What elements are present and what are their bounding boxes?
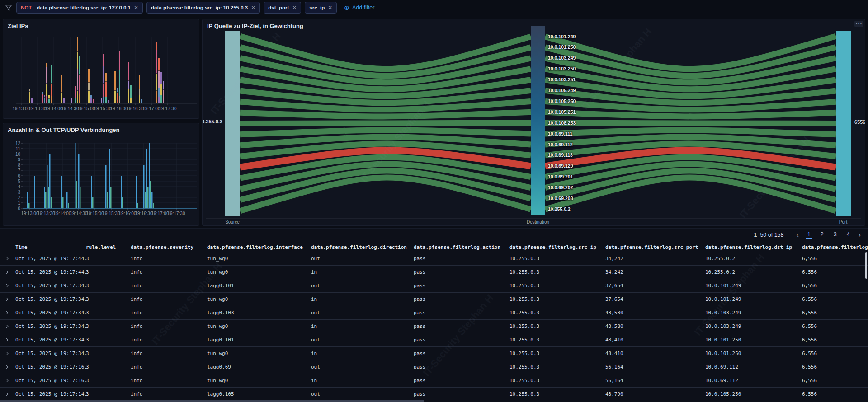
row-expand-chevron-icon[interactable]: [0, 379, 15, 382]
pagination-next-icon[interactable]: ›: [858, 231, 862, 239]
table-cell: 34,242: [605, 269, 705, 275]
table-cell: 6,556: [802, 351, 868, 356]
table-header-0[interactable]: Time: [15, 244, 86, 250]
table-cell: out: [311, 256, 414, 262]
add-filter-plus-icon: ⊕: [344, 4, 349, 11]
table-header-4[interactable]: data.pfsense.filterlog.direction: [311, 244, 414, 250]
table-header-6[interactable]: data.pfsense.filterlog.src_ip: [509, 244, 605, 250]
table-cell: 10.255.0.3: [509, 323, 605, 329]
pagination-page-4[interactable]: 4: [845, 231, 851, 239]
row-expand-chevron-icon[interactable]: [0, 352, 15, 355]
pagination: 1–50 of 158 ‹ 1234 ›: [754, 231, 862, 239]
table-cell: info: [131, 283, 207, 289]
svg-text:8: 8: [18, 163, 20, 168]
filter-remove-icon[interactable]: ✕: [134, 5, 138, 11]
svg-text:19:15:00: 19:15:00: [86, 211, 104, 216]
svg-text:19:13:30: 19:13:30: [29, 106, 47, 111]
filter-remove-icon[interactable]: ✕: [251, 5, 255, 11]
row-expand-chevron-icon[interactable]: [0, 393, 15, 396]
table-cell: pass: [414, 269, 509, 275]
filter-pill-3[interactable]: src_ip✕: [305, 2, 337, 14]
pagination-page-3[interactable]: 3: [832, 231, 838, 239]
svg-text:19:14:30: 19:14:30: [61, 106, 79, 111]
horizontal-scrollbar[interactable]: [0, 400, 424, 402]
table-row[interactable]: Oct 15, 2025 @ 19:17:14.9183infolagg0.10…: [0, 388, 868, 401]
pagination-page-2[interactable]: 2: [819, 231, 825, 239]
row-expand-chevron-icon[interactable]: [0, 298, 15, 301]
pagination-prev-icon[interactable]: ‹: [796, 231, 800, 239]
table-header-3[interactable]: data.pfsense.filterlog.interface: [207, 244, 311, 250]
table-row[interactable]: Oct 15, 2025 @ 19:17:34.8213infotun_wg0i…: [0, 293, 868, 306]
table-row[interactable]: Oct 15, 2025 @ 19:17:44.8023infotun_wg0o…: [0, 252, 868, 266]
svg-text:19:15:00: 19:15:00: [78, 106, 95, 111]
table-row[interactable]: Oct 15, 2025 @ 19:17:34.8113infolagg0.10…: [0, 306, 868, 320]
sankey-source-label: 10.255.0.3: [203, 119, 222, 124]
filter-pill-0[interactable]: NOTdata.pfsense.filterlog.src_ip: 127.0.…: [16, 2, 143, 14]
row-expand-chevron-icon[interactable]: [0, 257, 15, 260]
filter-pill-label: data.pfsense.filterlog.src_ip: 127.0.0.1: [37, 5, 131, 10]
table-header-1[interactable]: rule.level: [86, 244, 131, 250]
table-row[interactable]: Oct 15, 2025 @ 19:17:16.8953infotun_wg0i…: [0, 374, 868, 388]
sankey-axis-label: Source: [225, 220, 240, 224]
svg-text:19:13:00: 19:13:00: [13, 106, 30, 111]
table-header-9[interactable]: data.pfsense.filterlog.dst: [802, 244, 868, 250]
filter-remove-icon[interactable]: ✕: [328, 5, 332, 11]
table-cell: in: [311, 296, 414, 302]
table-row[interactable]: Oct 15, 2025 @ 19:17:34.8043infotun_wg0i…: [0, 347, 868, 360]
row-expand-chevron-icon[interactable]: [0, 311, 15, 314]
filter-remove-icon[interactable]: ✕: [292, 5, 297, 11]
table-header-5[interactable]: data.pfsense.filterlog.action: [414, 244, 509, 250]
pagination-pages: 1234: [806, 231, 851, 239]
add-filter-button[interactable]: ⊕ Add filter: [344, 4, 374, 11]
table-cell: out: [311, 364, 414, 370]
table-cell: 43,580: [605, 323, 705, 329]
table-cell: Oct 15, 2025 @ 19:17:14.918: [15, 391, 86, 397]
svg-text:19:14:00: 19:14:00: [45, 106, 63, 111]
table-cell: info: [131, 364, 207, 370]
sankey-destination-label: 10.0.69.202: [548, 185, 573, 190]
chevron-right-icon: [4, 365, 8, 369]
filter-funnel-icon[interactable]: [5, 4, 13, 12]
filter-pill-1[interactable]: data.pfsense.filterlog.src_ip: 10.255.0.…: [146, 2, 260, 14]
panel-ziel-ips-title: Ziel IPs: [8, 23, 28, 29]
panel-sankey: IP Quelle zu IP-Ziel, in Gewichtung 10.0…: [202, 19, 865, 226]
row-expand-chevron-icon[interactable]: [0, 271, 15, 274]
svg-text:19:16:00: 19:16:00: [110, 106, 128, 111]
table-cell: 6,556: [802, 323, 868, 329]
row-expand-chevron-icon[interactable]: [0, 365, 15, 369]
table-cell: 10.0.101.250: [705, 337, 802, 343]
vertical-scrollbar[interactable]: [865, 252, 867, 279]
table-header-8[interactable]: data.pfsense.filterlog.dst_ip: [705, 244, 802, 250]
svg-text:3: 3: [18, 190, 20, 195]
sankey-destination-label: 10.0.105.250: [548, 98, 576, 104]
panel-options-icon[interactable]: •••: [854, 21, 863, 27]
table-cell: 10.0.69.112: [705, 364, 802, 370]
filter-pill-2[interactable]: dst_port✕: [264, 2, 301, 14]
table-cell: pass: [414, 391, 509, 397]
table-header-2[interactable]: data.pfsense.severity: [131, 244, 207, 250]
table-row[interactable]: Oct 15, 2025 @ 19:17:16.9023infolagg0.69…: [0, 360, 868, 374]
row-expand-chevron-icon[interactable]: [0, 325, 15, 328]
table-row[interactable]: Oct 15, 2025 @ 19:17:44.7993infotun_wg0i…: [0, 266, 868, 279]
svg-text:1: 1: [18, 201, 20, 206]
table-cell: 48,410: [605, 351, 705, 356]
table-row[interactable]: Oct 15, 2025 @ 19:17:34.8213infolagg0.10…: [0, 279, 868, 293]
table-cell: info: [131, 378, 207, 383]
pagination-page-1[interactable]: 1: [806, 231, 812, 239]
table-cell: info: [131, 351, 207, 356]
sankey-destination-label: 10.0.69.112: [548, 142, 573, 147]
table-cell: 3: [86, 269, 131, 275]
table-cell: 3: [86, 378, 131, 383]
table-cell: 10.255.0.3: [509, 283, 605, 289]
table-cell: Oct 15, 2025 @ 19:17:34.811: [15, 310, 86, 316]
table-cell: Oct 15, 2025 @ 19:17:16.902: [15, 364, 86, 370]
table-row[interactable]: Oct 15, 2025 @ 19:17:34.8113infolagg0.10…: [0, 333, 868, 347]
table-cell: in: [311, 351, 414, 356]
table-row[interactable]: Oct 15, 2025 @ 19:17:34.8113infotun_wg0i…: [0, 320, 868, 333]
panel-ziel-ips: Ziel IPs 19:13:0019:13:3019:14:0019:14:3…: [3, 19, 199, 119]
row-expand-chevron-icon[interactable]: [0, 338, 15, 341]
panel-anzahl: Anzahl In & Out TCP/UDP Verbindungen 012…: [3, 123, 199, 226]
table-header-7[interactable]: data.pfsense.filterlog.src_port: [605, 244, 705, 250]
row-expand-chevron-icon[interactable]: [0, 284, 15, 287]
chevron-right-icon: [4, 352, 8, 355]
